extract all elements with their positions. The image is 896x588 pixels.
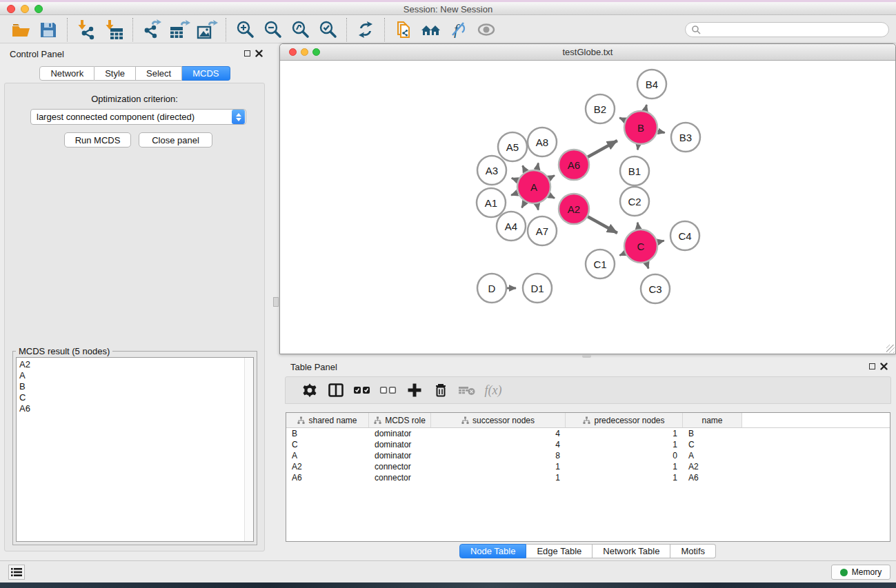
vertical-scroll-thumb[interactable] xyxy=(273,297,279,307)
column-header-name[interactable]: name xyxy=(683,413,742,427)
table-cell: 4 xyxy=(431,428,566,439)
graph-edge[interactable] xyxy=(522,202,526,208)
graph-edge[interactable] xyxy=(549,195,555,198)
table-cell: A2 xyxy=(683,461,742,472)
mcds-result-item[interactable]: B xyxy=(19,381,250,392)
column-header-predecessor-nodes[interactable]: predecessor nodes xyxy=(566,413,683,427)
tab-network-table[interactable]: Network Table xyxy=(593,544,670,558)
graph-edge[interactable] xyxy=(637,145,638,150)
scrollbar[interactable] xyxy=(244,358,253,541)
select-stepper-icon xyxy=(232,110,245,124)
zoom-fit-icon[interactable] xyxy=(286,17,314,42)
graph-edge[interactable] xyxy=(645,105,646,111)
attribute-icon xyxy=(583,416,590,424)
open-file-icon[interactable] xyxy=(7,17,34,42)
graph-edge[interactable] xyxy=(588,141,617,157)
export-network-icon[interactable] xyxy=(138,17,166,42)
search-box[interactable] xyxy=(685,22,889,37)
float-panel-icon[interactable] xyxy=(869,363,875,369)
resize-grip[interactable] xyxy=(886,345,895,353)
mcds-result-item[interactable]: A6 xyxy=(19,403,250,414)
table-row[interactable]: Cdominator41C xyxy=(286,439,890,450)
export-table-icon[interactable] xyxy=(166,17,193,42)
tab-edge-table[interactable]: Edge Table xyxy=(526,544,593,558)
mcds-result-item[interactable]: A xyxy=(19,370,250,381)
tab-motifs[interactable]: Motifs xyxy=(670,544,716,558)
show-graphics-icon[interactable] xyxy=(472,17,500,42)
graph-node-label: C4 xyxy=(678,230,691,242)
network-canvas[interactable]: AA1A2A3A4A5A6A7A8BB1B2B3B4CC1C2C3C4DD1 xyxy=(281,61,894,353)
graph-edge[interactable] xyxy=(637,223,638,230)
zoom-in-icon[interactable] xyxy=(231,17,259,42)
task-history-button[interactable] xyxy=(8,565,25,580)
graph-edge[interactable] xyxy=(537,204,539,210)
graph-edge[interactable] xyxy=(537,163,539,170)
search-icon xyxy=(691,25,701,34)
split-view-icon[interactable] xyxy=(323,378,349,402)
toolbar-separator xyxy=(226,18,226,41)
table-row[interactable]: A2connector11A2 xyxy=(286,461,890,472)
criterion-select[interactable]: largest connected component (directed) xyxy=(30,109,246,125)
column-header-successor-nodes[interactable]: successor nodes xyxy=(431,413,566,427)
table-cell: 1 xyxy=(431,472,566,483)
float-panel-icon[interactable] xyxy=(244,50,250,57)
graph-edge[interactable] xyxy=(512,178,518,181)
mcds-result-list[interactable]: A2ABCA6 xyxy=(16,357,254,542)
tab-node-table[interactable]: Node Table xyxy=(459,544,527,558)
table-row[interactable]: Adominator80A xyxy=(286,450,890,461)
mcds-result-item[interactable]: A2 xyxy=(19,359,250,370)
add-column-icon[interactable] xyxy=(401,378,428,402)
graph-node-label: C xyxy=(637,241,645,252)
gear-icon[interactable] xyxy=(297,378,323,402)
import-network-icon[interactable] xyxy=(72,17,100,42)
import-table-icon[interactable] xyxy=(100,17,128,42)
table-cell: 1 xyxy=(431,461,566,472)
graph-edge[interactable] xyxy=(511,193,518,196)
tab-select[interactable]: Select xyxy=(136,66,182,81)
column-header-shared-name[interactable]: shared name xyxy=(286,413,369,427)
column-header-MCDS-role[interactable]: MCDS role xyxy=(369,413,431,427)
attribute-icon xyxy=(297,416,305,424)
graph-edge[interactable] xyxy=(619,253,625,255)
table-row[interactable]: A6connector11A6 xyxy=(286,472,890,483)
graph-edge[interactable] xyxy=(657,131,664,132)
delete-column-icon[interactable] xyxy=(428,378,454,402)
tab-style[interactable]: Style xyxy=(94,66,136,81)
table-cell: 1 xyxy=(566,461,683,472)
criterion-value: largest connected component (directed) xyxy=(31,112,232,122)
table-cell: dominator xyxy=(369,439,431,450)
tab-mcds[interactable]: MCDS xyxy=(182,66,230,81)
first-neighbors-icon[interactable] xyxy=(417,17,445,42)
horizontal-scroll-thumb[interactable] xyxy=(582,354,591,358)
run-mcds-button[interactable]: Run MCDS xyxy=(64,132,131,148)
export-image-icon[interactable] xyxy=(193,17,221,42)
graph-edge[interactable] xyxy=(588,216,617,233)
node-table[interactable]: shared nameMCDS rolesuccessor nodesprede… xyxy=(286,412,890,542)
graph-edge[interactable] xyxy=(523,165,526,172)
save-session-icon[interactable] xyxy=(34,17,62,42)
select-all-icon[interactable] xyxy=(349,378,375,402)
graph-edge[interactable] xyxy=(619,118,625,121)
attribute-icon xyxy=(374,416,381,424)
list-icon xyxy=(11,567,22,577)
close-panel-icon[interactable] xyxy=(880,363,888,370)
graph-edge[interactable] xyxy=(646,263,648,269)
search-input[interactable] xyxy=(704,25,883,34)
table-row[interactable]: Bdominator41B xyxy=(286,428,890,439)
memory-button[interactable]: Memory xyxy=(831,565,890,580)
close-panel-icon[interactable] xyxy=(255,50,263,57)
mcds-result-title: MCDS result (5 nodes) xyxy=(16,346,112,356)
hide-labels-icon[interactable]: f xyxy=(445,17,472,42)
close-panel-button[interactable]: Close panel xyxy=(139,132,212,148)
mcds-result-item[interactable]: C xyxy=(19,392,250,403)
deselect-all-icon[interactable] xyxy=(375,378,401,402)
graph-edge[interactable] xyxy=(657,241,664,242)
graph-edge[interactable] xyxy=(549,176,555,179)
refresh-icon[interactable] xyxy=(352,17,379,42)
network-window-titlebar[interactable]: testGlobe.txt xyxy=(280,44,895,61)
zoom-selected-icon[interactable] xyxy=(314,17,341,42)
table-cell: connector xyxy=(369,472,431,483)
zoom-out-icon[interactable] xyxy=(259,17,286,42)
clone-network-icon[interactable] xyxy=(390,17,417,42)
tab-network[interactable]: Network xyxy=(39,66,94,81)
